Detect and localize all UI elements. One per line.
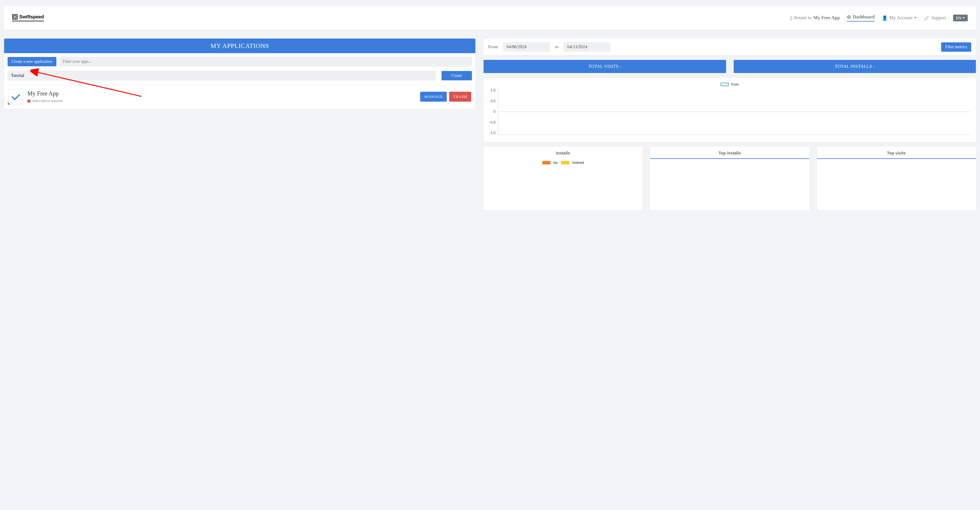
trash-button[interactable]: TRASH <box>449 92 471 102</box>
user-icon: 👤 <box>882 15 888 21</box>
subscription-status: Subscription required <box>27 99 416 103</box>
create-app-row: Create <box>8 71 472 85</box>
installs-panel: Installs Ios Android <box>484 147 643 210</box>
y-tick: 0 <box>493 110 496 114</box>
return-prefix: Return to <box>794 15 812 21</box>
status-dot-icon <box>27 100 30 103</box>
support-icon: 🩹 <box>924 15 929 21</box>
installs-title: Installs <box>488 151 638 156</box>
y-tick: 0.5 <box>491 99 496 103</box>
lang-label: EN <box>956 16 961 20</box>
left-column: MY APPLICATIONS Create a new application… <box>4 38 476 109</box>
main-content: MY APPLICATIONS Create a new application… <box>0 30 980 222</box>
brand-logo[interactable]: Swiftspeed <box>12 14 44 21</box>
filter-apps-input[interactable] <box>59 57 472 67</box>
nav-my-account[interactable]: 👤 My Account <box>882 15 917 21</box>
my-applications-panel: MY APPLICATIONS Create a new application… <box>4 38 476 109</box>
y-tick: 1.0 <box>491 88 496 92</box>
total-installs-tile[interactable]: TOTAL INSTALLS : <box>734 60 976 73</box>
to-date-input[interactable] <box>564 42 610 52</box>
right-column: From to Filter metrics TOTAL VISITS : TO… <box>484 38 976 210</box>
panel-body: Create a new application Create My Free … <box>4 53 476 109</box>
subscription-label: Subscription required <box>32 99 62 103</box>
legend-swatch-icon <box>721 83 729 86</box>
gridline <box>498 111 970 112</box>
divider <box>817 158 976 159</box>
metric-tiles: TOTAL VISITS : TOTAL INSTALLS : <box>484 60 976 73</box>
visits-chart-panel: Visits 1.0 0.5 0 -0.5 -1.0 <box>484 78 976 142</box>
app-icon <box>8 89 23 104</box>
manage-button[interactable]: MANAGE <box>420 92 447 102</box>
top-bar: Swiftspeed ▯ Return to My Free App ⚙ Das… <box>4 6 976 30</box>
top-visits-panel: Top visits <box>817 147 976 210</box>
top-installs-title: Top installs <box>655 151 804 156</box>
date-filter-bar: From to Filter metrics <box>484 38 976 55</box>
apps-toolbar: Create a new application <box>8 57 472 67</box>
app-actions: MANAGE TRASH <box>420 92 471 102</box>
ios-label[interactable]: Ios <box>554 160 558 165</box>
total-visits-tile[interactable]: TOTAL VISITS : <box>484 60 726 73</box>
divider <box>650 158 809 159</box>
ios-swatch-icon <box>542 161 550 164</box>
from-date-input[interactable] <box>503 42 550 52</box>
app-info: My Free App Subscription required <box>27 90 416 103</box>
phone-icon: ▯ <box>790 15 792 21</box>
android-swatch-icon <box>561 161 569 164</box>
nav-dashboard[interactable]: ⚙ Dashboard <box>847 14 875 22</box>
nav-account-label: My Account <box>889 15 913 21</box>
y-tick: -1.0 <box>489 131 496 135</box>
check-icon <box>11 91 20 100</box>
legend-label: Visits <box>730 83 739 86</box>
app-list-item: My Free App Subscription required MANAGE… <box>8 88 472 105</box>
create-new-application-button[interactable]: Create a new application <box>8 57 56 66</box>
from-label: From <box>488 44 498 49</box>
language-selector[interactable]: EN <box>953 14 968 21</box>
filter-metrics-button[interactable]: Filter metrics <box>941 42 971 52</box>
return-app-name: My Free App <box>813 15 840 21</box>
chevron-down-icon <box>914 17 916 19</box>
dashboard-icon: ⚙ <box>847 14 851 20</box>
chart-area: 1.0 0.5 0 -0.5 -1.0 <box>489 88 970 135</box>
panel-title: MY APPLICATIONS <box>4 38 476 53</box>
brand-name: Swiftspeed <box>19 14 44 19</box>
android-label[interactable]: Android <box>572 160 584 165</box>
top-installs-panel: Top installs <box>650 147 809 210</box>
top-visits-title: Top visits <box>822 151 971 156</box>
to-label: to <box>555 44 558 49</box>
nav-return-to-app[interactable]: ▯ Return to My Free App <box>790 15 840 21</box>
chevron-down-icon <box>963 17 965 19</box>
y-axis: 1.0 0.5 0 -0.5 -1.0 <box>489 88 498 135</box>
nav-dashboard-label: Dashboard <box>853 14 875 19</box>
chart-legend: Visits <box>489 83 970 86</box>
app-name: My Free App <box>27 90 416 97</box>
y-tick: -0.5 <box>489 120 496 124</box>
small-panels-row: Installs Ios Android Top installs Top vi… <box>484 147 976 210</box>
create-button[interactable]: Create <box>442 71 472 80</box>
nav-support[interactable]: 🩹 Support <box>924 15 946 21</box>
installs-legend: Ios Android <box>488 160 638 165</box>
nav-support-label: Support <box>931 15 946 21</box>
top-nav: ▯ Return to My Free App ⚙ Dashboard 👤 My… <box>790 14 968 22</box>
new-app-name-input[interactable] <box>8 71 436 81</box>
logo-icon <box>12 14 18 19</box>
plot-area <box>498 88 970 135</box>
